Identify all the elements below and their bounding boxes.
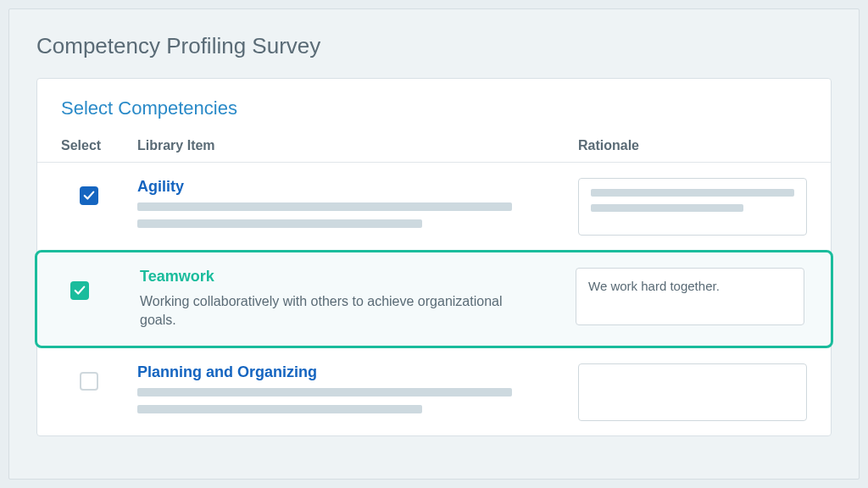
competency-card: Select Competencies Select Library Item … — [36, 78, 832, 436]
rationale-input[interactable] — [578, 363, 807, 421]
library-item-content: Planning and Organizing — [137, 363, 578, 422]
column-select-header: Select — [61, 138, 137, 153]
checkbox-cell — [61, 363, 137, 391]
description-placeholder — [137, 388, 512, 396]
rationale-placeholder — [591, 189, 794, 197]
description-placeholder — [137, 219, 422, 228]
item-description: Working collaboratively with others to a… — [140, 292, 542, 330]
library-item-content: Agility — [137, 178, 578, 236]
checkmark-icon — [74, 285, 86, 297]
checkbox-planning[interactable] — [80, 372, 98, 391]
checkbox-agility[interactable] — [80, 186, 98, 205]
item-title: Planning and Organizing — [137, 363, 544, 381]
rationale-input[interactable] — [578, 178, 807, 236]
item-title: Agility — [137, 178, 544, 196]
checkbox-cell — [61, 178, 137, 205]
table-row: Planning and Organizing — [37, 348, 831, 435]
library-item-content: Teamwork Working collaboratively with ot… — [140, 268, 576, 330]
column-library-header: Library Item — [137, 138, 578, 153]
item-title: Teamwork — [140, 268, 542, 286]
description-placeholder — [137, 405, 422, 413]
page-container: Competency Profiling Survey Select Compe… — [8, 8, 860, 480]
card-title: Select Competencies — [37, 97, 831, 131]
table-header: Select Library Item Rationale — [37, 131, 831, 163]
table-row: Agility — [37, 163, 831, 250]
description-placeholder — [137, 202, 512, 211]
table-row-highlighted: Teamwork Working collaboratively with ot… — [35, 250, 833, 348]
column-rationale-header: Rationale — [578, 138, 807, 153]
rationale-input[interactable]: We work hard together. — [576, 268, 804, 325]
checkmark-icon — [83, 190, 95, 202]
checkbox-cell — [64, 268, 140, 300]
page-title: Competency Profiling Survey — [36, 33, 832, 59]
checkbox-teamwork[interactable] — [70, 281, 89, 300]
rationale-placeholder — [591, 204, 743, 212]
